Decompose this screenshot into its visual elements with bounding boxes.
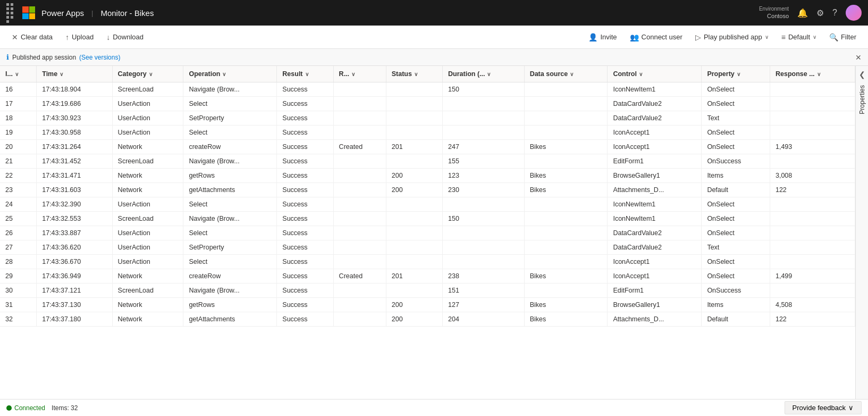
table-row[interactable]: 2717:43:36.620UserActionSetPropertySucce… [0,240,855,255]
cell-10-7 [443,226,525,240]
cell-3-11 [770,126,855,140]
table-row[interactable]: 3117:43:37.130NetworkgetRowsSuccess20012… [0,298,855,312]
cell-6-6: 200 [386,169,442,183]
download-button[interactable]: ↓ Download [101,31,149,44]
cell-13-0: 29 [0,269,37,284]
col-result[interactable]: Result∨ [277,66,333,82]
cell-15-8: Bikes [524,298,608,312]
invite-button[interactable]: 👤 Invite [583,31,622,44]
cell-0-10: OnSelect [702,82,770,97]
default-button[interactable]: ≡ Default ∨ [776,31,822,44]
cell-15-7: 127 [443,298,525,312]
filter-button[interactable]: 🔍 Filter [824,31,862,44]
table-row[interactable]: 1917:43:30.958UserActionSelectSuccessIco… [0,126,855,140]
table-row[interactable]: 2817:43:36.670UserActionSelectSuccessIco… [0,255,855,269]
cell-9-8 [524,212,608,226]
cell-0-6 [386,82,442,97]
table-row[interactable]: 2417:43:32.390UserActionSelectSuccessIco… [0,197,855,212]
cell-3-7 [443,126,525,140]
sort-response-icon: ∨ [817,71,821,77]
cell-0-5 [333,82,386,97]
col-r[interactable]: R...∨ [333,66,386,82]
cell-3-10: OnSelect [702,126,770,140]
play-published-app-button[interactable]: ▷ Play published app ∨ [690,31,774,44]
col-status[interactable]: Status∨ [386,66,442,82]
table-row[interactable]: 3217:43:37.180NetworkgetAttachmentsSucce… [0,312,855,327]
cell-11-6 [386,240,442,255]
table-row[interactable]: 2517:43:32.553ScreenLoadNavigate (Brow..… [0,212,855,226]
upload-button[interactable]: ↑ Upload [60,31,99,44]
upload-icon: ↑ [65,33,69,41]
col-operation[interactable]: Operation∨ [183,66,277,82]
table-row[interactable]: 3017:43:37.121ScreenLoadNavigate (Brow..… [0,284,855,298]
cell-2-0: 18 [0,111,37,126]
col-response[interactable]: Response ...∨ [770,66,855,82]
table-row[interactable]: 2017:43:31.264NetworkcreateRowSuccessCre… [0,140,855,154]
cell-15-2: Network [112,298,183,312]
table-row[interactable]: 1817:43:30.923UserActionSetPropertySucce… [0,111,855,126]
cell-16-1: 17:43:37.180 [37,312,112,327]
cell-0-4: Success [277,82,333,97]
sort-property-icon: ∨ [737,71,740,77]
cell-1-1: 17:43:19.686 [37,97,112,111]
col-id[interactable]: I...∨ [0,66,37,82]
cell-6-11: 3,008 [770,169,855,183]
properties-label[interactable]: Properties [856,79,868,121]
cell-3-1: 17:43:30.958 [37,126,112,140]
cell-2-1: 17:43:30.923 [37,111,112,126]
environment-block: Environment Contoso [759,5,789,20]
cell-4-7: 247 [443,140,525,154]
user-avatar[interactable] [846,5,862,21]
filter-icon: 🔍 [829,33,838,41]
help-icon[interactable]: ? [832,8,837,18]
provide-feedback-button[interactable]: Provide feedback ∨ [785,401,862,414]
connect-user-label: Connect user [642,33,682,41]
connect-user-button[interactable]: 👥 Connect user [625,31,688,44]
cell-13-5: Created [333,269,386,284]
col-time[interactable]: Time∨ [37,66,112,82]
table-row[interactable]: 2117:43:31.452ScreenLoadNavigate (Brow..… [0,154,855,169]
cell-11-2: UserAction [112,240,183,255]
cell-10-3: Select [183,226,277,240]
cell-16-5 [333,312,386,327]
panel-collapse-icon[interactable]: ❮ [859,70,865,79]
table-row[interactable]: 2217:43:31.471NetworkgetRowsSuccess20012… [0,169,855,183]
notification-icon[interactable]: 🔔 [797,8,808,18]
cell-7-7: 230 [443,183,525,197]
table-row[interactable]: 2617:43:33.887UserActionSelectSuccessDat… [0,226,855,240]
cell-1-0: 17 [0,97,37,111]
cell-15-11: 4,508 [770,298,855,312]
cell-11-1: 17:43:36.620 [37,240,112,255]
see-versions-link[interactable]: (See versions) [79,54,120,61]
col-duration[interactable]: Duration (...∨ [443,66,525,82]
cell-1-9: DataCardValue2 [608,97,702,111]
table-scroll[interactable]: I...∨ Time∨ Category∨ Operation∨ Result∨… [0,66,855,399]
col-control[interactable]: Control∨ [608,66,702,82]
cell-14-10: OnSuccess [702,284,770,298]
context-title: Monitor - Bikes [100,9,154,18]
table-row[interactable]: 1617:43:18.904ScreenLoadNavigate (Brow..… [0,82,855,97]
waffle-menu[interactable] [6,3,16,23]
settings-icon[interactable]: ⚙ [816,8,824,18]
cell-15-5 [333,298,386,312]
cell-4-5: Created [333,140,386,154]
cell-1-10: OnSelect [702,97,770,111]
table-row[interactable]: 2317:43:31.603NetworkgetAttachmentsSucce… [0,183,855,197]
cell-0-2: ScreenLoad [112,82,183,97]
cell-4-9: IconAccept1 [608,140,702,154]
clear-data-button[interactable]: ✕ Clear data [6,31,58,44]
table-row[interactable]: 1717:43:19.686UserActionSelectSuccessDat… [0,97,855,111]
title-separator: | [91,9,93,17]
cell-3-8 [524,126,608,140]
sort-duration-icon: ∨ [487,71,491,77]
table-row[interactable]: 2917:43:36.949NetworkcreateRowSuccessCre… [0,269,855,284]
info-bar: ℹ Published app session (See versions) ✕ [0,49,868,66]
cell-12-0: 28 [0,255,37,269]
col-category[interactable]: Category∨ [112,66,183,82]
cell-4-11: 1,493 [770,140,855,154]
info-bar-close-button[interactable]: ✕ [855,53,862,62]
cell-3-6 [386,126,442,140]
col-datasource[interactable]: Data source∨ [524,66,608,82]
col-property[interactable]: Property∨ [702,66,770,82]
connected-label: Connected [14,404,45,412]
